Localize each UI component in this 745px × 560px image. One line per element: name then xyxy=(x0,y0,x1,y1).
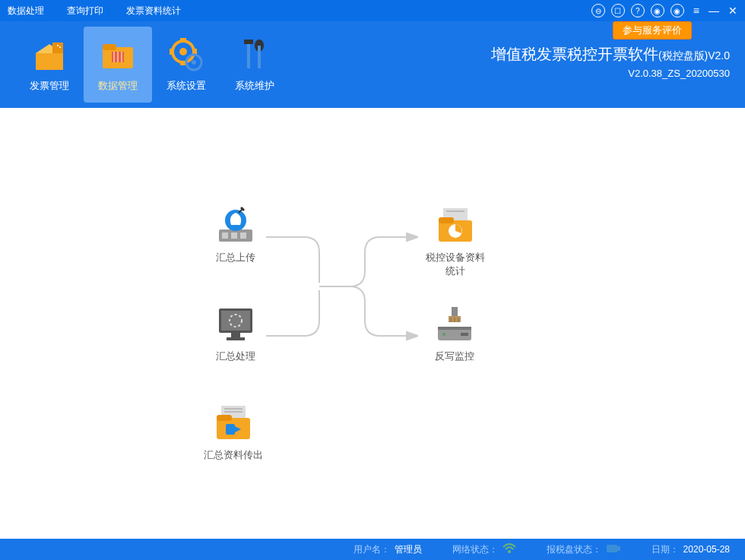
tool-data-manage[interactable]: 数据管理 xyxy=(84,27,152,103)
tool-label: 发票管理 xyxy=(30,79,69,93)
chat-icon[interactable]: ☐ xyxy=(611,4,625,17)
svg-rect-20 xyxy=(244,40,253,44)
sync-icon[interactable]: ⊖ xyxy=(591,4,605,17)
status-network-label: 网络状态： xyxy=(452,543,498,556)
upload-icon xyxy=(213,207,258,245)
svg-rect-61 xyxy=(617,546,620,551)
svg-point-12 xyxy=(179,48,187,55)
box-icon xyxy=(31,36,68,73)
svg-rect-27 xyxy=(222,233,228,239)
svg-rect-34 xyxy=(221,311,250,331)
workflow-label: 汇总上传 xyxy=(213,251,258,264)
workflow-device-stats[interactable]: 税控设备资料 统计 xyxy=(426,207,485,278)
tool-label: 数据管理 xyxy=(98,79,138,93)
menu-items: 数据处理 查询打印 发票资料统计 xyxy=(8,5,181,17)
svg-rect-13 xyxy=(180,38,186,43)
folder-icon xyxy=(100,36,136,73)
svg-point-3 xyxy=(57,45,59,46)
app-title-edition: (税控盘版)V2.0 xyxy=(658,49,730,62)
svg-rect-29 xyxy=(240,233,246,239)
lock-icon[interactable]: ◉ xyxy=(651,4,664,17)
menu-item-invoice-stats[interactable]: 发票资料统计 xyxy=(126,5,181,17)
svg-rect-28 xyxy=(231,233,237,239)
workflow-label: 汇总处理 xyxy=(213,350,258,363)
eval-badge[interactable]: 参与服务评价 xyxy=(613,21,692,40)
svg-rect-35 xyxy=(231,333,240,337)
svg-rect-56 xyxy=(438,327,471,330)
menu-item-data-process[interactable]: 数据处理 xyxy=(8,5,44,17)
workflow-process[interactable]: 汇总处理 xyxy=(213,305,258,363)
svg-rect-21 xyxy=(258,50,261,68)
monitor-icon xyxy=(213,305,258,343)
user-icon[interactable]: ◉ xyxy=(670,4,684,17)
status-user-value: 管理员 xyxy=(395,543,422,556)
app-version: V2.0.38_ZS_20200530 xyxy=(491,68,730,79)
status-network: 网络状态： xyxy=(452,543,516,556)
drive-brush-icon xyxy=(432,305,477,343)
svg-rect-43 xyxy=(226,424,235,435)
svg-rect-19 xyxy=(247,41,250,68)
status-tax-disk: 报税盘状态： xyxy=(547,543,621,556)
wifi-icon xyxy=(502,543,516,556)
menu-button[interactable]: ≡ xyxy=(693,5,699,17)
status-date-label: 日期： xyxy=(651,543,679,556)
svg-rect-6 xyxy=(103,44,116,50)
status-user: 用户名： 管理员 xyxy=(353,543,422,556)
folder-chart-icon xyxy=(433,207,478,245)
workflow-label: 汇总资料传出 xyxy=(204,448,263,462)
svg-point-59 xyxy=(508,550,511,553)
svg-marker-25 xyxy=(407,332,418,340)
status-bar: 用户名： 管理员 网络状态： 报税盘状态： 日期： 2020-05-28 xyxy=(0,539,745,560)
tool-system-maintain[interactable]: 系统维护 xyxy=(220,27,289,103)
workflow-label: 税控设备资料 统计 xyxy=(426,251,485,278)
svg-marker-24 xyxy=(407,233,418,241)
svg-rect-2 xyxy=(52,43,63,53)
status-user-label: 用户名： xyxy=(353,543,390,556)
svg-rect-48 xyxy=(439,217,454,223)
minimize-button[interactable]: — xyxy=(709,5,719,17)
svg-rect-42 xyxy=(217,415,232,421)
folder-export-icon xyxy=(211,404,256,442)
svg-rect-60 xyxy=(607,545,617,552)
svg-point-57 xyxy=(442,333,445,336)
disk-icon xyxy=(606,543,621,556)
tool-label: 系统设置 xyxy=(166,79,206,93)
help-icon[interactable]: ? xyxy=(631,4,645,17)
app-title-main: 增值税发票税控开票软件 xyxy=(491,46,658,62)
status-tax-label: 报税盘状态： xyxy=(547,543,601,556)
workflow-monitor[interactable]: 反写监控 xyxy=(432,305,477,363)
menu-item-query-print[interactable]: 查询打印 xyxy=(67,5,103,17)
status-date-value: 2020-05-28 xyxy=(683,544,730,555)
tool-system-settings[interactable]: 系统设置 xyxy=(152,27,220,103)
svg-rect-15 xyxy=(170,49,174,55)
tool-invoice-manage[interactable]: 发票管理 xyxy=(15,27,84,103)
content-area: 汇总上传 汇总处理 汇总资料传出 xyxy=(0,108,745,539)
svg-point-18 xyxy=(192,60,196,65)
tool-label: 系统维护 xyxy=(235,79,274,93)
status-date: 日期： 2020-05-28 xyxy=(651,543,730,556)
svg-rect-36 xyxy=(227,337,245,340)
workflow-upload[interactable]: 汇总上传 xyxy=(213,207,258,264)
svg-rect-0 xyxy=(36,53,63,70)
workflow-label: 反写监控 xyxy=(432,350,477,363)
svg-rect-50 xyxy=(452,307,458,318)
svg-rect-58 xyxy=(461,333,468,336)
svg-point-4 xyxy=(59,46,61,48)
top-right-controls: ⊖ ☐ ? ◉ ◉ ≡ — ✕ xyxy=(591,4,737,17)
app-title: 增值税发票税控开票软件(税控盘版)V2.0 V2.0.38_ZS_2020053… xyxy=(491,44,730,79)
top-menu-bar: 数据处理 查询打印 发票资料统计 ⊖ ☐ ? ◉ ◉ ≡ — ✕ xyxy=(0,0,745,21)
gear-icon xyxy=(168,36,204,73)
close-button[interactable]: ✕ xyxy=(728,5,737,17)
svg-rect-23 xyxy=(258,46,261,52)
workflow-export[interactable]: 汇总资料传出 xyxy=(204,404,263,462)
tools-icon xyxy=(236,36,273,73)
